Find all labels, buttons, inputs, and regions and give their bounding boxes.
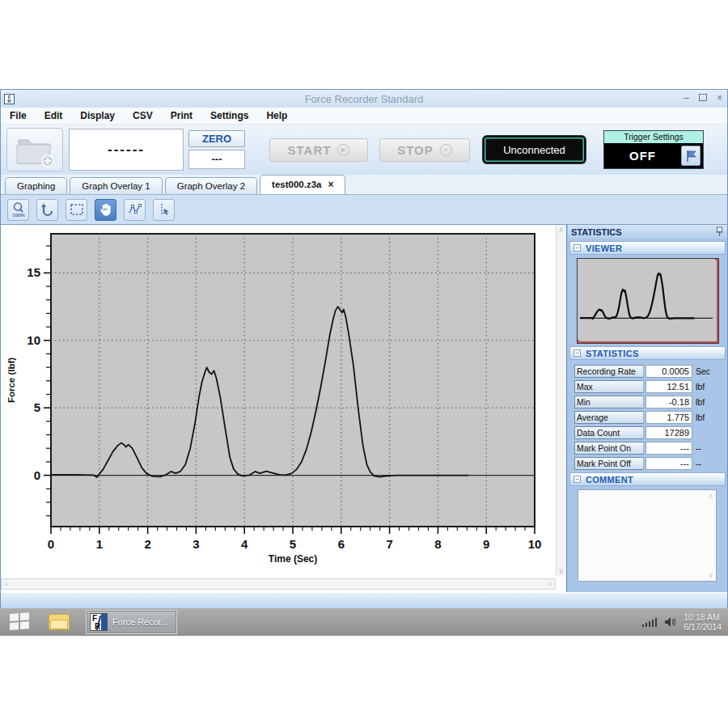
undo-zoom-button[interactable] bbox=[36, 199, 58, 221]
table-row: Max 12.51 lbf bbox=[574, 380, 722, 393]
svg-text:9: 9 bbox=[483, 537, 489, 551]
table-row: Data Count 17289 bbox=[574, 426, 722, 439]
clock-date: 6/17/2014 bbox=[684, 622, 722, 632]
trigger-state: OFF bbox=[604, 149, 681, 163]
graph-pane: 051015012345678910Time (Sec)Force (lbf) … bbox=[1, 225, 567, 593]
statistics-table: Recording Rate 0.0005 Sec Max 12.51 lbf … bbox=[574, 365, 722, 470]
scroll-up-icon[interactable]: ∧ bbox=[557, 226, 565, 234]
svg-text:15: 15 bbox=[27, 265, 40, 279]
graph-toolbar: 100% bbox=[1, 195, 727, 225]
zoom-select-button[interactable] bbox=[66, 199, 87, 221]
tab-close-icon[interactable]: × bbox=[328, 176, 333, 194]
minimize-button[interactable]: – bbox=[684, 92, 689, 104]
maximize-button[interactable] bbox=[699, 92, 707, 104]
menu-csv[interactable]: CSV bbox=[124, 110, 162, 121]
scroll-left-icon[interactable]: ‹ bbox=[5, 579, 7, 588]
menu-help[interactable]: Help bbox=[257, 110, 296, 121]
system-tray: 10:18 AM 6/17/2014 bbox=[642, 608, 722, 636]
secondary-value-display: --- bbox=[188, 150, 245, 169]
viewer-thumbnail[interactable] bbox=[577, 258, 719, 344]
hand-icon bbox=[99, 202, 113, 217]
table-row: Mark Point On --- -- bbox=[574, 442, 722, 455]
scroll-right-icon[interactable]: › bbox=[549, 579, 552, 588]
desktop: FR Force Recorder Standard – × File Edit… bbox=[0, 0, 728, 728]
menu-edit[interactable]: Edit bbox=[36, 110, 72, 121]
zero-button[interactable]: ZERO bbox=[188, 130, 245, 147]
open-file-button[interactable] bbox=[6, 128, 63, 171]
svg-text:5: 5 bbox=[290, 537, 296, 551]
menu-bar: File Edit Display CSV Print Settings Hel… bbox=[1, 108, 727, 125]
vertical-scrollbar[interactable]: ∧ ∨ bbox=[556, 225, 565, 576]
svg-text:3: 3 bbox=[193, 537, 199, 551]
tab-graphing[interactable]: Graphing bbox=[5, 177, 67, 194]
magnifier-icon: 100% bbox=[11, 201, 27, 218]
force-recorder-icon: F R bbox=[90, 613, 108, 631]
svg-text:10: 10 bbox=[27, 333, 40, 347]
data-points-button[interactable] bbox=[124, 199, 146, 221]
window-title: Force Recorder Standard bbox=[1, 93, 727, 105]
statistics-section-header[interactable]: − STATISTICS bbox=[569, 346, 726, 360]
stop-button[interactable]: STOP ▪ bbox=[379, 138, 470, 162]
comment-section-header[interactable]: − COMMENT bbox=[569, 472, 726, 486]
polyline-nodes-icon bbox=[128, 202, 142, 217]
table-row: Recording Rate 0.0005 Sec bbox=[574, 365, 722, 378]
scroll-down-icon[interactable]: ∨ bbox=[557, 567, 565, 575]
zoom-100-button[interactable]: 100% bbox=[7, 199, 29, 221]
comment-input[interactable]: ∧ ∨ bbox=[578, 489, 717, 582]
collapse-icon[interactable]: − bbox=[574, 349, 581, 357]
tab-graph-overlay-1[interactable]: Graph Overlay 1 bbox=[70, 177, 162, 194]
connection-status-button[interactable]: Unconnected bbox=[483, 136, 586, 163]
collapse-icon[interactable]: − bbox=[574, 244, 581, 252]
title-bar[interactable]: FR Force Recorder Standard – × bbox=[1, 90, 727, 108]
pin-icon[interactable] bbox=[716, 226, 723, 237]
tab-test000[interactable]: test000.z3a × bbox=[260, 175, 345, 194]
file-explorer-button[interactable] bbox=[49, 614, 70, 630]
status-bar bbox=[1, 592, 727, 608]
viewer-section-header[interactable]: − VIEWER bbox=[569, 241, 726, 255]
svg-text:10: 10 bbox=[528, 537, 542, 551]
svg-text:Time (Sec): Time (Sec) bbox=[269, 553, 317, 565]
start-arrow-icon: ▸ bbox=[337, 144, 349, 156]
folder-plus-icon bbox=[7, 129, 62, 171]
taskbar-app-button[interactable]: F R Force Recor... bbox=[86, 610, 177, 634]
svg-text:6: 6 bbox=[338, 537, 345, 551]
speaker-icon[interactable] bbox=[664, 616, 676, 628]
taskbar-app-label: Force Recor... bbox=[112, 617, 168, 627]
statistics-sidebar: STATISTICS − VIEWER − STATISTICS bbox=[567, 225, 727, 593]
selection-rect-icon bbox=[70, 202, 84, 217]
scroll-down-icon[interactable]: ∨ bbox=[708, 571, 713, 579]
undo-arrow-icon bbox=[40, 202, 55, 217]
start-button[interactable]: START ▸ bbox=[269, 138, 368, 162]
collapse-icon[interactable]: − bbox=[574, 476, 581, 483]
table-row: Min -0.18 lbf bbox=[574, 396, 722, 408]
table-row: Mark Point Off --- -- bbox=[574, 457, 722, 470]
clock[interactable]: 10:18 AM 6/17/2014 bbox=[684, 612, 722, 632]
menu-file[interactable]: File bbox=[1, 110, 36, 121]
marker-pick-icon bbox=[157, 202, 171, 217]
svg-text:1: 1 bbox=[96, 537, 103, 551]
clock-time: 10:18 AM bbox=[684, 612, 722, 622]
menu-print[interactable]: Print bbox=[162, 110, 201, 121]
scroll-up-icon[interactable]: ∧ bbox=[708, 492, 713, 500]
close-button[interactable]: × bbox=[717, 92, 722, 104]
svg-text:0: 0 bbox=[34, 468, 40, 482]
main-toolbar: ------ ZERO --- START ▸ STOP ▪ Unconnect… bbox=[1, 125, 727, 175]
svg-text:100%: 100% bbox=[12, 213, 25, 218]
trigger-flag-button[interactable] bbox=[681, 146, 700, 166]
trigger-settings-widget: Trigger Settings OFF bbox=[603, 130, 704, 169]
flag-icon bbox=[685, 150, 696, 163]
network-signal-icon[interactable] bbox=[642, 618, 658, 627]
svg-text:2: 2 bbox=[144, 537, 150, 551]
svg-text:0: 0 bbox=[48, 537, 54, 551]
start-button[interactable] bbox=[10, 612, 31, 632]
pan-hand-button[interactable] bbox=[95, 199, 116, 221]
sidebar-title: STATISTICS bbox=[571, 227, 622, 237]
horizontal-scrollbar[interactable]: ‹ › bbox=[1, 578, 556, 590]
thumbnail-chart bbox=[578, 259, 715, 340]
menu-settings[interactable]: Settings bbox=[201, 110, 257, 121]
svg-text:8: 8 bbox=[434, 537, 441, 551]
mark-point-button[interactable] bbox=[153, 199, 175, 221]
force-time-chart: 051015012345678910Time (Sec)Force (lbf) bbox=[1, 225, 556, 576]
menu-display[interactable]: Display bbox=[71, 110, 124, 121]
tab-graph-overlay-2[interactable]: Graph Overlay 2 bbox=[165, 177, 257, 194]
